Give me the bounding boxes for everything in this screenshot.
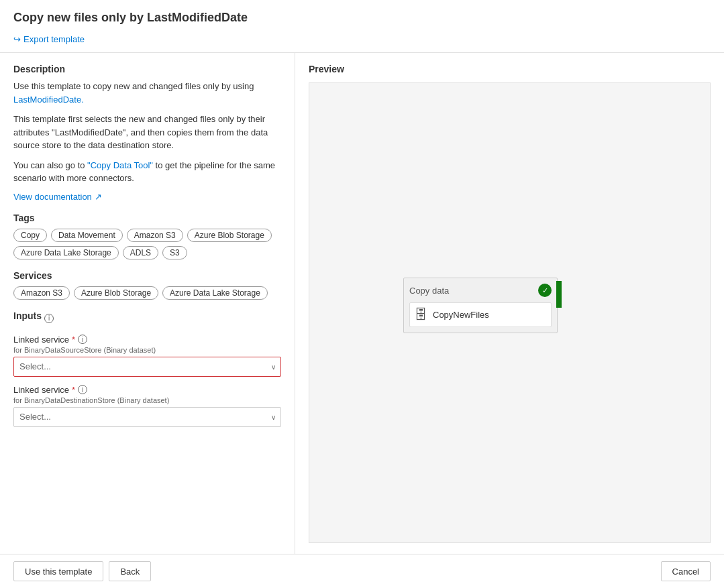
green-status-bar <box>556 281 562 308</box>
use-template-button[interactable]: Use this template <box>13 561 103 581</box>
bottom-bar: Use this template Back Cancel <box>0 554 724 588</box>
copy-data-card: Copy data ✓ 🗄 CopyNewFiles <box>403 278 558 333</box>
description-para1: Use this template to copy new and change… <box>13 80 281 106</box>
inputs-section: Inputs i Linked service * i for BinaryDa… <box>13 310 281 427</box>
tag-azure-blob: Azure Blob Storage <box>187 229 272 242</box>
inputs-section-title: Inputs <box>13 310 42 321</box>
services-section: Services Amazon S3 Azure Blob Storage Az… <box>13 270 281 300</box>
description-para3: You can also go to "Copy Data Tool" to g… <box>13 159 281 185</box>
export-template-label: Export template <box>23 34 85 44</box>
view-doc-label: View documentation <box>13 192 92 202</box>
export-arrow-icon: ↪ <box>13 34 21 44</box>
linked-service-1-label: Linked service * i <box>13 335 281 345</box>
linked-service-1-sublabel: for BinaryDataSourceStore (Binary datase… <box>13 346 281 354</box>
copy-data-tool-link[interactable]: "Copy Data Tool" <box>87 160 153 170</box>
service-azure-blob: Azure Blob Storage <box>74 286 158 300</box>
required-star-1: * <box>72 335 75 345</box>
tag-s3: S3 <box>162 246 187 259</box>
tags-section: Tags Copy Data Movement Amazon S3 Azure … <box>13 213 281 259</box>
linked-service-1-select[interactable]: Select... <box>13 357 281 377</box>
inputs-info-icon[interactable]: i <box>44 314 54 323</box>
linked-service-2-select[interactable]: Select... <box>13 407 281 427</box>
tag-amazon-s3: Amazon S3 <box>127 229 183 242</box>
copy-new-files-label: CopyNewFiles <box>433 310 489 320</box>
linked-service-2-info-icon[interactable]: i <box>78 385 87 394</box>
service-amazon-s3: Amazon S3 <box>13 286 70 300</box>
service-azure-data-lake: Azure Data Lake Storage <box>162 286 268 300</box>
linked-service-2-group: Linked service * i for BinaryDataDestina… <box>13 385 281 427</box>
left-panel: Description Use this template to copy ne… <box>0 53 295 554</box>
copy-data-header: Copy data ✓ <box>409 284 552 297</box>
tag-data-movement: Data Movement <box>51 229 123 242</box>
page-title: Copy new files only by LastModifiedDate <box>13 11 711 25</box>
required-star-2: * <box>72 385 75 395</box>
view-documentation-link[interactable]: View documentation ↗ <box>13 192 102 202</box>
services-section-title: Services <box>13 270 281 281</box>
services-container: Amazon S3 Azure Blob Storage Azure Data … <box>13 286 281 300</box>
copy-data-title: Copy data <box>409 286 449 296</box>
external-link-icon: ↗ <box>95 192 102 202</box>
tags-section-title: Tags <box>13 213 281 223</box>
back-button[interactable]: Back <box>109 561 151 581</box>
copy-data-body: 🗄 CopyNewFiles <box>409 302 552 327</box>
linked-service-1-select-wrapper: Select... ∨ <box>13 357 281 377</box>
linked-service-2-select-wrapper: Select... ∨ <box>13 407 281 427</box>
preview-canvas: Copy data ✓ 🗄 CopyNewFiles <box>309 82 711 543</box>
right-panel: Preview Copy data ✓ 🗄 CopyNewFiles <box>295 53 724 554</box>
cancel-button[interactable]: Cancel <box>661 561 711 581</box>
description-para2: This template first selects the new and … <box>13 113 281 152</box>
linked-service-2-sublabel: for BinaryDataDestinationStore (Binary d… <box>13 396 281 404</box>
database-icon: 🗄 <box>414 307 427 322</box>
tag-copy: Copy <box>13 229 47 242</box>
linked-service-1-info-icon[interactable]: i <box>78 335 87 344</box>
linked-service-2-label: Linked service * i <box>13 385 281 395</box>
preview-section-title: Preview <box>309 64 711 74</box>
success-check-icon: ✓ <box>538 284 552 297</box>
last-modified-date-link[interactable]: LastModifiedDate. <box>13 95 84 105</box>
tag-azure-data-lake: Azure Data Lake Storage <box>13 246 119 259</box>
export-template-link[interactable]: ↪ Export template <box>13 32 85 47</box>
description-section-title: Description <box>13 64 281 74</box>
tags-container: Copy Data Movement Amazon S3 Azure Blob … <box>13 229 281 259</box>
bottom-left-actions: Use this template Back <box>13 561 151 581</box>
linked-service-1-group: Linked service * i for BinaryDataSourceS… <box>13 335 281 377</box>
tag-adls: ADLS <box>123 246 158 259</box>
